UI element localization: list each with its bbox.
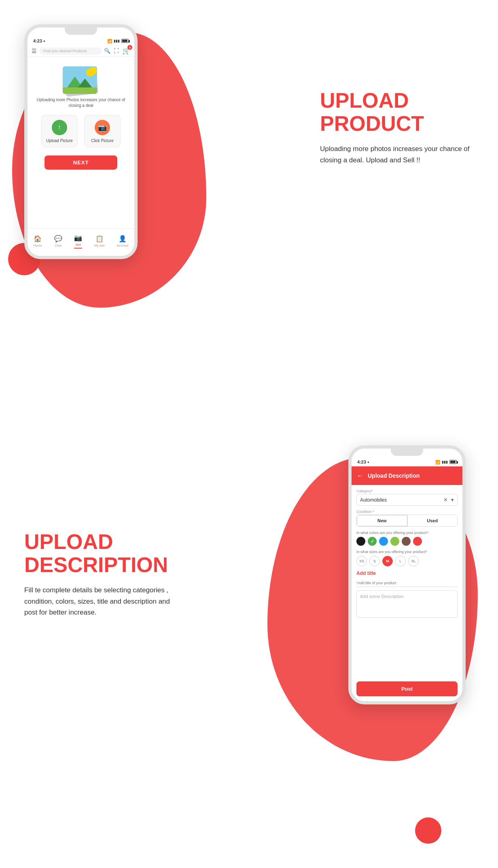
nav-account[interactable]: 👤 Account: [117, 235, 128, 247]
chevron-down-icon[interactable]: ▾: [451, 497, 454, 503]
wifi-icon: 📶: [107, 39, 112, 43]
description-box[interactable]: Add some Description: [356, 590, 458, 618]
upload-area: Uploading more Photos increases your cha…: [28, 57, 134, 174]
category-value: Automobiles: [360, 497, 387, 503]
phone1-notch: [65, 28, 97, 35]
section2-text: UPLOAD DESCRIPTION Fill te complete deta…: [24, 530, 178, 618]
battery2-icon: [449, 460, 457, 464]
next-button[interactable]: NEXT: [45, 155, 117, 170]
dot2-icon: ●: [367, 460, 369, 464]
size-l[interactable]: L: [395, 556, 406, 566]
cart-count: 5: [127, 45, 132, 50]
condition-group: Condition * New Used: [356, 510, 458, 527]
phone1: 4:23 ● 📶 ▮▮▮ ☰ Find your desired Product…: [24, 24, 138, 259]
size-xs[interactable]: XS: [356, 556, 367, 566]
post-button[interactable]: Post: [356, 681, 458, 696]
nav-myads-label: My ads: [94, 244, 105, 247]
section1-heading: UPLOAD PRODUCT: [320, 89, 474, 135]
search-icon[interactable]: 🔍: [104, 48, 110, 54]
upload-picture-btn[interactable]: ↑ Upload Picture: [41, 115, 78, 147]
section1: 4:23 ● 📶 ▮▮▮ ☰ Find your desired Product…: [0, 0, 498, 425]
section2-desc: Fill te complete details be selecting ca…: [24, 585, 178, 618]
nav-chat-label: Chat: [55, 244, 61, 247]
section2-heading: UPLOAD DESCRIPTION: [24, 530, 178, 577]
status-time: 4:23 ●: [33, 38, 45, 43]
nav-account-label: Account: [117, 244, 128, 247]
clear-icon[interactable]: ✕: [443, 497, 448, 503]
nav-chat[interactable]: 💬 Chat: [54, 235, 62, 247]
svg-rect-4: [63, 87, 97, 94]
nav-home[interactable]: 🏠 Home: [34, 235, 42, 247]
color-red[interactable]: [413, 537, 422, 546]
status-icons: 📶 ▮▮▮: [107, 39, 129, 43]
phone2-status-icons: 📶 ▮▮▮: [435, 460, 457, 464]
phone2-topbar: ← Upload Description: [352, 466, 462, 485]
topbar-title: Upload Description: [368, 472, 420, 479]
bottom-nav: 🏠 Home 💬 Chat 📷 Sell 📋 My ads 👤: [28, 228, 134, 256]
camera-icon: 📷: [95, 120, 110, 135]
title-input[interactable]: [356, 579, 458, 587]
battery-icon: [121, 39, 129, 43]
category-label: Category*: [356, 489, 458, 493]
phone2-status-bar: 4:23 ● 📶 ▮▮▮: [352, 456, 462, 466]
colors-row: [356, 537, 458, 546]
phone2-notch: [391, 449, 423, 456]
color-green[interactable]: [368, 537, 377, 546]
condition-new-btn[interactable]: New: [357, 515, 407, 526]
color-brown[interactable]: [402, 537, 411, 546]
color-blue[interactable]: [379, 537, 388, 546]
heading2-line1: UPLOAD: [24, 530, 113, 553]
description-placeholder: Add some Description: [360, 594, 404, 599]
condition-label: Condition *: [356, 510, 458, 514]
hamburger-icon[interactable]: ☰: [32, 48, 37, 54]
expand-icon[interactable]: ⛶: [114, 48, 119, 54]
category-input[interactable]: Automobiles ✕ ▾: [356, 494, 458, 506]
phone2-status-time: 4:23 ●: [357, 460, 369, 464]
search-bar[interactable]: Find your desired Products: [39, 47, 102, 55]
home-icon: 🏠: [34, 235, 42, 243]
click-picture-btn[interactable]: 📷 Click Picture: [84, 115, 121, 147]
nav-home-label: Home: [34, 244, 42, 247]
color-lightgreen[interactable]: [390, 537, 399, 546]
upload-buttons: ↑ Upload Picture 📷 Click Picture: [41, 115, 121, 147]
category-group: Category* Automobiles ✕ ▾: [356, 489, 458, 506]
phone1-header: ☰ Find your desired Products 🔍 ⛶ 🛒 5: [28, 45, 134, 57]
nav-myads[interactable]: 📋 My ads: [94, 235, 105, 247]
phone1-container: 4:23 ● 📶 ▮▮▮ ☰ Find your desired Product…: [24, 24, 138, 259]
colors-label: In what colors are you offering your pro…: [356, 531, 458, 535]
account-icon: 👤: [119, 235, 127, 243]
background-blob-small-2: [415, 817, 441, 844]
section1-text: UPLOAD PRODUCT Uploading more photos inc…: [320, 89, 474, 166]
sell-icon: 📷: [74, 234, 82, 242]
add-title-link[interactable]: Add title: [356, 570, 458, 576]
myads-icon: 📋: [95, 235, 104, 243]
phone2-form: Category* Automobiles ✕ ▾ Condition * Ne…: [352, 485, 462, 701]
wifi2-icon: 📶: [435, 460, 440, 464]
phone2-container: 4:23 ● 📶 ▮▮▮ ← Upload Description Catego…: [348, 445, 466, 704]
condition-used-btn[interactable]: Used: [408, 515, 458, 526]
header-icons: 🔍 ⛶ 🛒 5: [104, 47, 130, 55]
click-btn-label: Click Picture: [91, 138, 114, 143]
sizes-row: XS S M L XL: [356, 556, 458, 566]
nav-sell[interactable]: 📷 Sell: [74, 234, 82, 249]
heading2-line2: DESCRIPTION: [24, 553, 168, 577]
condition-toggle: New Used: [356, 515, 458, 527]
nav-active-indicator: [74, 248, 82, 249]
category-icons: ✕ ▾: [443, 497, 454, 503]
nav-sell-label: Sell: [76, 243, 81, 247]
cart-badge[interactable]: 🛒 5: [122, 47, 130, 55]
chat-icon: 💬: [54, 235, 62, 243]
heading-line2: PRODUCT: [320, 112, 424, 135]
color-black[interactable]: [356, 537, 365, 546]
signal-icon: ▮▮▮: [114, 39, 120, 43]
size-s[interactable]: S: [369, 556, 380, 566]
phone2: 4:23 ● 📶 ▮▮▮ ← Upload Description Catego…: [348, 445, 466, 704]
back-arrow-icon[interactable]: ←: [356, 472, 364, 480]
upload-icon: ↑: [52, 120, 67, 135]
sizes-label: In what sizes are you offering your prod…: [356, 550, 458, 554]
signal2-icon: ▮▮▮: [442, 460, 448, 464]
photo-stack-illustration: [61, 65, 101, 97]
size-m[interactable]: M: [382, 556, 393, 566]
size-xl[interactable]: XL: [408, 556, 419, 566]
section1-desc: Uploading more photos increases your cha…: [320, 143, 474, 165]
